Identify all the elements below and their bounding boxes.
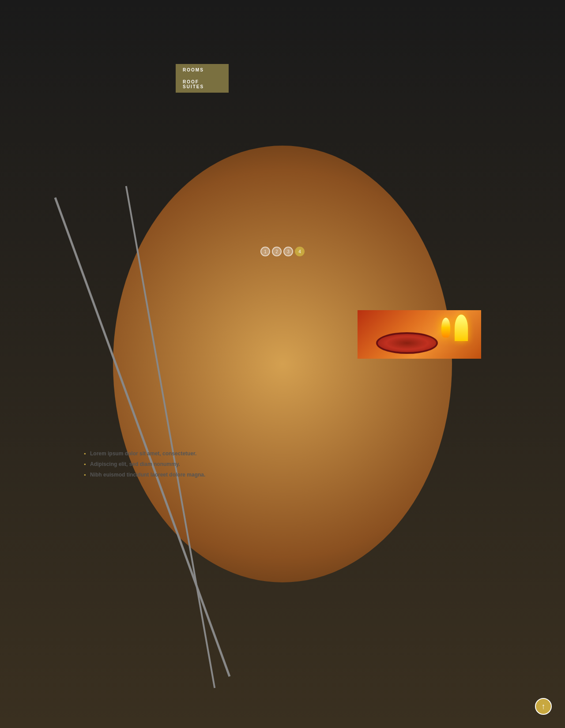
feature-bed-breakfast: 2 BED & BREAKFAST Lorem ipsum dolor sit … [221, 291, 344, 394]
rooms-dropdown: ROOMS ROOF SUITES [176, 64, 229, 93]
dot-4[interactable]: 4 [295, 247, 305, 256]
scroll-top-button[interactable]: ↑ [535, 698, 552, 715]
slider-dots: 1 2 3 4 [260, 247, 305, 256]
facebook-item-1: Lorem ipsum dolor sit amet, consectetuer… [84, 450, 207, 457]
facebook-item-3: Nibh euismod tincidunt laoreet dolore ma… [84, 472, 207, 478]
features-section: 1 SPECIAL OFFER Lorem ipsum dolor sit am… [71, 273, 494, 408]
dot-2[interactable]: 2 [272, 247, 282, 256]
dot-3[interactable]: 3 [283, 247, 293, 256]
food-image [221, 310, 344, 359]
facebook-item-2: Adipiscing elit, sed diam nonummy. [84, 461, 207, 467]
spa-image [358, 310, 481, 359]
dropdown-roof-suites[interactable]: ROOF SUITES [176, 76, 229, 93]
dot-1[interactable]: 1 [260, 247, 270, 256]
feature-3-image [358, 310, 481, 359]
facebook-list: Lorem ipsum dolor sit amet, consectetuer… [84, 450, 207, 478]
dropdown-rooms[interactable]: ROOMS [176, 64, 229, 76]
feature-2-image [221, 310, 344, 359]
